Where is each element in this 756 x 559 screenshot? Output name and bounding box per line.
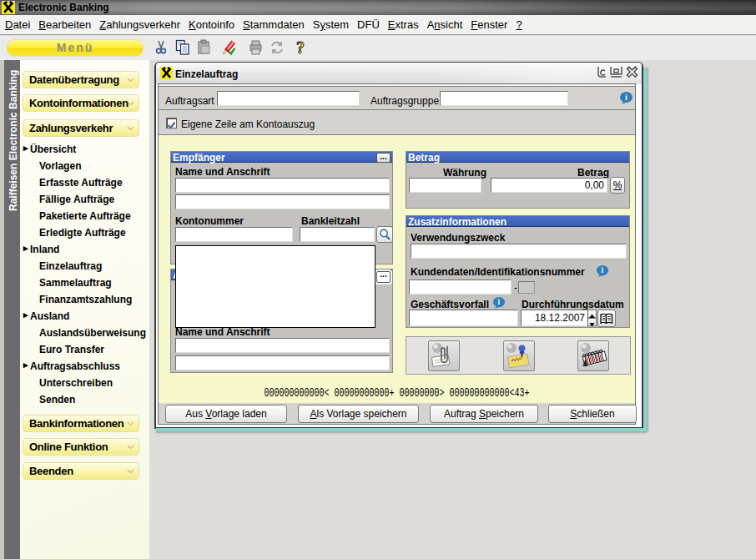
svg-text:i: i xyxy=(602,266,604,274)
svg-text:i: i xyxy=(625,93,627,102)
svg-text:?: ? xyxy=(296,39,305,56)
svg-text:i: i xyxy=(498,298,501,306)
